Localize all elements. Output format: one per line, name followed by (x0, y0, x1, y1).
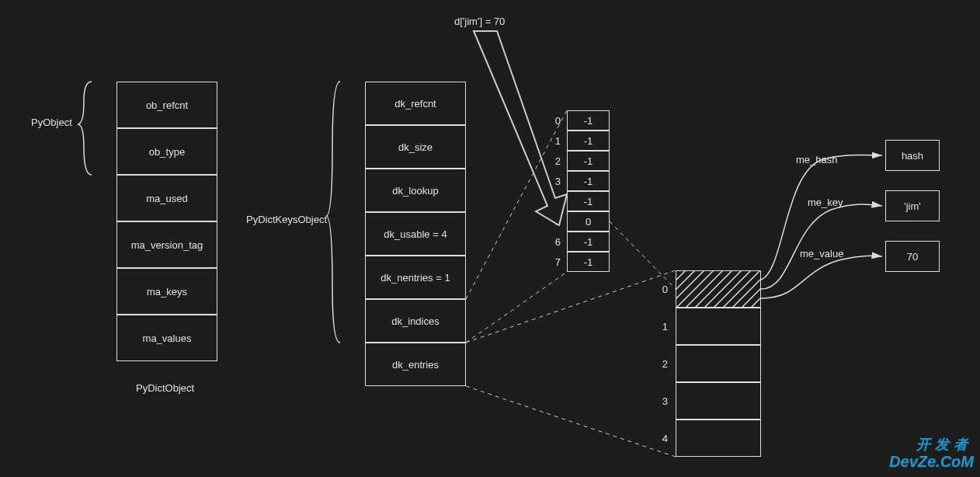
arrow-label-hash: me_hash (796, 154, 837, 165)
indices-cell: -1 (567, 110, 610, 131)
target-value-box: 70 (885, 241, 940, 272)
target-key-box: 'jim' (885, 190, 940, 221)
pydictkeysobject-field: dk_indices (365, 299, 466, 343)
indices-cell: -1 (567, 252, 610, 272)
indices-cell: -1 (567, 131, 610, 151)
indices-index: 4 (545, 196, 561, 207)
pyobject-label: PyObject (31, 117, 72, 128)
indices-cell: 0 (567, 211, 610, 232)
svg-line-3 (466, 272, 567, 343)
entries-cell-0 (676, 270, 761, 308)
svg-rect-0 (676, 270, 760, 308)
pydictkeysobject-field: dk_entries (365, 343, 466, 386)
indices-cell: -1 (567, 232, 610, 252)
indices-index: 0 (545, 115, 561, 127)
target-hash-box: hash (885, 140, 940, 171)
indices-index: 3 (545, 176, 561, 187)
entries-cell (676, 420, 761, 457)
pydictobject-field: ma_used (116, 175, 217, 221)
indices-cell: -1 (567, 171, 610, 191)
pydictkeysobject-field: dk_refcnt (365, 82, 466, 125)
pydictkeysobject-label: PyDictKeysObject (246, 214, 327, 225)
svg-line-4 (466, 270, 676, 343)
indices-cell: -1 (567, 151, 610, 171)
svg-line-5 (466, 386, 676, 457)
pydictobject-label: PyDictObject (136, 382, 194, 394)
pydictobject-field: ob_refcnt (116, 82, 217, 128)
entries-index: 3 (652, 395, 668, 407)
pydictobject-field: ma_version_tag (116, 221, 217, 268)
indices-index: 7 (545, 256, 561, 268)
indices-index: 6 (545, 236, 561, 248)
watermark: 开发者 DevZe.CoM (889, 453, 974, 471)
svg-line-6 (610, 221, 676, 289)
pydictobject-field: ob_type (116, 128, 217, 175)
pydictobject-field: ma_keys (116, 268, 217, 315)
operation-label: d['jim'] = 70 (454, 16, 505, 27)
entries-index: 4 (652, 433, 668, 444)
pydictkeysobject-field: dk_nentries = 1 (365, 256, 466, 299)
indices-index: 2 (545, 155, 561, 167)
indices-index: 5 (545, 216, 561, 228)
entries-cell (676, 345, 761, 382)
indices-cell: -1 (567, 191, 610, 211)
arrow-label-value: me_value (800, 248, 843, 259)
pydictkeysobject-field: dk_usable = 4 (365, 212, 466, 256)
entries-index: 1 (652, 321, 668, 333)
entries-index: 2 (652, 358, 668, 370)
diagram-canvas: d['jim'] = 70 PyObject PyDictObject PyDi… (0, 0, 980, 477)
indices-index: 1 (545, 135, 561, 147)
pydictkeysobject-field: dk_lookup (365, 169, 466, 212)
entries-index: 0 (652, 284, 668, 295)
entries-cell (676, 308, 761, 345)
hatch-pattern (676, 270, 760, 308)
pydictkeysobject-field: dk_size (365, 125, 466, 169)
arrow-label-key: me_key (808, 197, 843, 208)
entries-cell (676, 382, 761, 420)
pydictobject-field: ma_values (116, 315, 217, 361)
